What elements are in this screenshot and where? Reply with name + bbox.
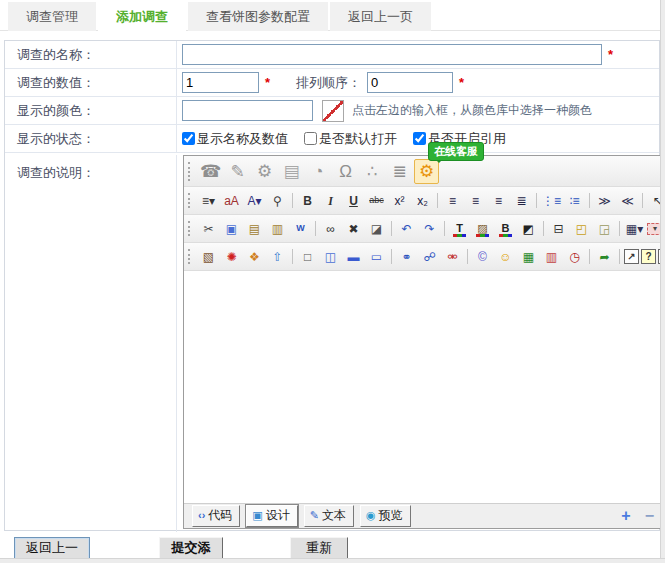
delete-icon[interactable]: ✖ bbox=[343, 218, 364, 239]
align-right-icon[interactable]: ≡ bbox=[488, 190, 509, 211]
copy-icon[interactable]: ▣ bbox=[221, 218, 242, 239]
help-icon[interactable]: ? bbox=[641, 249, 656, 264]
file-xyz-icon[interactable]: □ bbox=[297, 246, 318, 267]
underline-icon[interactable]: U bbox=[343, 190, 364, 211]
shrink-editor-icon[interactable]: − bbox=[645, 508, 654, 524]
web-link-icon[interactable]: ⚭ bbox=[396, 246, 417, 267]
toolbar-separator bbox=[589, 249, 590, 264]
indent-increase-icon[interactable]: ≫ bbox=[594, 190, 615, 211]
align-left-icon[interactable]: ≡ bbox=[442, 190, 463, 211]
paste-text-icon[interactable]: ▥ bbox=[267, 218, 288, 239]
undo-icon[interactable]: ↶ bbox=[396, 218, 417, 239]
checkbox-enable-quote[interactable] bbox=[413, 132, 426, 145]
headset-icon[interactable]: Ω bbox=[333, 159, 358, 184]
calendar-icon[interactable]: ▥ bbox=[541, 246, 562, 267]
font-color-icon[interactable]: T bbox=[449, 218, 470, 239]
bring-front-icon[interactable]: ◰ bbox=[571, 218, 592, 239]
top-tabbar: 调查管理添加调查查看饼图参数配置返回上一页 bbox=[0, 0, 660, 31]
upload-file-icon[interactable]: ⇧ bbox=[267, 246, 288, 267]
survey-name-input[interactable] bbox=[182, 44, 602, 65]
color-swatch[interactable] bbox=[322, 100, 344, 122]
bubbles-icon[interactable]: ∴ bbox=[360, 159, 385, 184]
symbol-icon[interactable]: © bbox=[472, 246, 493, 267]
text-tab[interactable]: ✎文本 bbox=[304, 505, 354, 527]
checkbox-group-show-name-value[interactable]: 显示名称及数值 bbox=[182, 130, 288, 148]
zoom-icon[interactable]: ⚲ bbox=[267, 190, 288, 211]
subscript-icon[interactable]: x₂ bbox=[412, 190, 433, 211]
textfield-icon[interactable]: ▭ bbox=[366, 246, 387, 267]
checkbox-show-name-value[interactable] bbox=[182, 132, 195, 145]
toolbar-drag-handle[interactable] bbox=[188, 221, 192, 236]
align-center-icon[interactable]: ≡ bbox=[465, 190, 486, 211]
tab-back-previous[interactable]: 返回上一页 bbox=[330, 2, 431, 31]
survey-value-input[interactable] bbox=[182, 72, 259, 93]
submit-button[interactable]: 提交添加 bbox=[159, 537, 223, 560]
bold-icon[interactable]: B bbox=[297, 190, 318, 211]
back-button[interactable]: 返回上一页 bbox=[14, 537, 90, 560]
toolbar-separator bbox=[437, 193, 438, 208]
checkbox-default-open[interactable] bbox=[304, 132, 317, 145]
editor-content-area[interactable] bbox=[184, 271, 662, 503]
list-settings-icon[interactable]: ≣ bbox=[387, 159, 412, 184]
italic-icon[interactable]: I bbox=[320, 190, 341, 211]
form-row-color: 显示的颜色： 点击左边的输入框，从颜色库中选择一种颜色 bbox=[5, 97, 659, 125]
font-name-icon[interactable]: aA bbox=[221, 190, 242, 211]
sort-order-input[interactable] bbox=[367, 72, 453, 93]
find-icon[interactable]: ∞ bbox=[320, 218, 341, 239]
table-icon[interactable]: ▦▾ bbox=[624, 218, 645, 239]
toolbar-drag-handle[interactable] bbox=[188, 249, 192, 264]
tab-add-survey[interactable]: 添加调查 bbox=[98, 2, 186, 31]
send-back-icon[interactable]: ◲ bbox=[594, 218, 615, 239]
reset-button[interactable]: 重新填写 bbox=[290, 537, 348, 560]
clock-icon[interactable]: ◔ bbox=[306, 159, 331, 184]
indent-decrease-icon[interactable]: ≪ bbox=[617, 190, 638, 211]
image-icon[interactable]: ▧ bbox=[198, 246, 219, 267]
checkbox-group-default-open[interactable]: 是否默认打开 bbox=[304, 130, 397, 148]
gear-icon[interactable]: ⚙ bbox=[252, 159, 277, 184]
quote-doc-icon[interactable]: ➦ bbox=[594, 246, 615, 267]
marquee-icon[interactable]: ▬ bbox=[343, 246, 364, 267]
tab-survey-management[interactable]: 调查管理 bbox=[8, 2, 96, 31]
ink-brush-icon[interactable]: ✎ bbox=[225, 159, 250, 184]
paste-page-icon[interactable]: ◫ bbox=[320, 246, 341, 267]
paste-word-icon[interactable]: W bbox=[290, 218, 311, 239]
media-icon[interactable]: ❖ bbox=[244, 246, 265, 267]
preview-tab[interactable]: ◉预览 bbox=[360, 505, 411, 527]
redo-icon[interactable]: ↷ bbox=[419, 218, 440, 239]
toolbar-drag-handle[interactable] bbox=[188, 162, 192, 181]
tab-pie-chart-config[interactable]: 查看饼图参数配置 bbox=[188, 2, 328, 31]
timer-icon[interactable]: ◷ bbox=[564, 246, 585, 267]
fullscreen-icon[interactable]: ↗ bbox=[624, 249, 639, 264]
emoticon-icon[interactable]: ☺ bbox=[495, 246, 516, 267]
toolbar-drag-handle[interactable] bbox=[188, 193, 192, 208]
paste-icon[interactable]: ▤ bbox=[244, 218, 265, 239]
bold-color-icon[interactable]: B bbox=[495, 218, 516, 239]
font-size-icon[interactable]: A▾ bbox=[244, 190, 265, 211]
flash-icon[interactable]: ✺ bbox=[221, 246, 242, 267]
excel-icon[interactable]: ▦ bbox=[518, 246, 539, 267]
panel-icon[interactable]: ▤ bbox=[279, 159, 304, 184]
view-tab-label: 文本 bbox=[322, 507, 346, 524]
toolbar-separator bbox=[467, 249, 468, 264]
ordered-list-icon[interactable]: ⋮≡ bbox=[541, 190, 562, 211]
expand-editor-icon[interactable]: + bbox=[621, 508, 630, 524]
cut-icon[interactable]: ✂ bbox=[198, 218, 219, 239]
unlink-icon[interactable]: ⚮ bbox=[442, 246, 463, 267]
code-icon: ‹› bbox=[198, 509, 205, 521]
hyperlink-icon[interactable]: ☍ bbox=[419, 246, 440, 267]
highlight-color-icon[interactable]: ▨ bbox=[472, 218, 493, 239]
contrast-icon[interactable]: ◩ bbox=[518, 218, 539, 239]
justify-icon[interactable]: ≣ bbox=[511, 190, 532, 211]
phone-icon[interactable]: ☎ bbox=[198, 159, 223, 184]
strikethrough-icon[interactable]: abc bbox=[366, 190, 387, 211]
eraser-icon[interactable]: ◪ bbox=[366, 218, 387, 239]
superscript-icon[interactable]: x² bbox=[389, 190, 410, 211]
online-service-badge[interactable]: 在线客服 bbox=[428, 142, 484, 161]
code-tab[interactable]: ‹›代码 bbox=[192, 505, 240, 527]
paragraph-style-icon[interactable]: ≡▾ bbox=[198, 190, 219, 211]
design-tab[interactable]: ▣设计 bbox=[246, 505, 297, 527]
unordered-list-icon[interactable]: ∶≡ bbox=[564, 190, 585, 211]
description-label: 调查的说明： bbox=[5, 155, 177, 532]
display-color-input[interactable] bbox=[182, 100, 313, 121]
paragraph-border-icon[interactable]: ⊟ bbox=[548, 218, 569, 239]
